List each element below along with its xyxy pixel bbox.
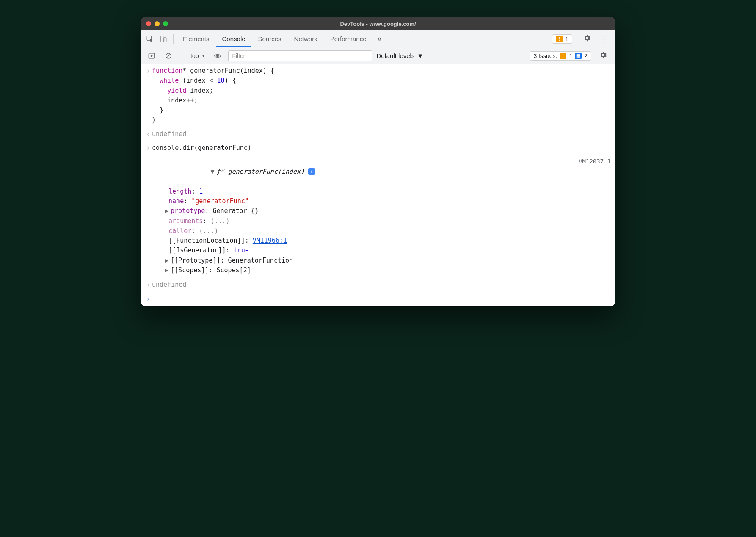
tab-network[interactable]: Network bbox=[288, 30, 323, 47]
chevron-down-icon: ▼ bbox=[201, 53, 205, 58]
console-return-row: ‹ undefined bbox=[141, 278, 615, 292]
input-marker-icon: › bbox=[144, 66, 152, 76]
chevron-down-icon: ▼ bbox=[417, 52, 423, 59]
source-link[interactable]: VM12037:1 bbox=[570, 157, 611, 275]
warning-badge-icon: ! bbox=[556, 36, 563, 42]
log-levels-selector[interactable]: Default levels ▼ bbox=[376, 52, 423, 59]
console-settings-gear-icon[interactable] bbox=[596, 51, 611, 61]
separator bbox=[173, 34, 174, 44]
context-label: top bbox=[190, 53, 199, 59]
console-input-row[interactable]: › console.dir(generatorFunc) bbox=[141, 141, 615, 155]
console-code: function* generatorFunc(index) { while (… bbox=[152, 66, 611, 125]
filter-placeholder: Filter bbox=[232, 53, 245, 59]
return-value: undefined bbox=[152, 129, 611, 139]
live-expression-icon[interactable] bbox=[211, 50, 224, 62]
levels-label: Default levels bbox=[376, 52, 414, 59]
tab-console[interactable]: Console bbox=[216, 30, 251, 47]
output-marker-icon: ‹ bbox=[144, 280, 152, 290]
return-value: undefined bbox=[152, 280, 611, 290]
object-tree: ▼ƒ* generatorFunc(index) i length: 1 nam… bbox=[152, 157, 315, 275]
disclosure-closed-icon[interactable]: ▶ bbox=[165, 256, 171, 266]
settings-gear-icon[interactable] bbox=[579, 34, 595, 44]
clear-console-icon[interactable] bbox=[162, 50, 175, 62]
disclosure-closed-icon[interactable]: ▶ bbox=[165, 266, 171, 275]
issues-label: 3 Issues: bbox=[533, 53, 557, 59]
console-input[interactable] bbox=[152, 294, 611, 304]
console-log: › function* generatorFunc(index) { while… bbox=[141, 64, 615, 306]
issues-warn-count: 1 bbox=[569, 53, 572, 59]
inspect-element-icon[interactable] bbox=[143, 33, 156, 45]
prompt-marker-icon: › bbox=[144, 294, 152, 304]
console-dir-output: ▼ƒ* generatorFunc(index) i length: 1 nam… bbox=[141, 155, 615, 278]
device-toolbar-icon[interactable] bbox=[157, 33, 170, 45]
tabs-overflow[interactable]: » bbox=[373, 34, 386, 43]
toggle-sidebar-icon[interactable] bbox=[145, 50, 158, 62]
context-selector[interactable]: top ▼ bbox=[189, 53, 207, 59]
separator bbox=[182, 51, 182, 61]
console-code: console.dir(generatorFunc) bbox=[152, 143, 611, 153]
tab-elements[interactable]: Elements bbox=[177, 30, 215, 47]
separator bbox=[576, 34, 576, 44]
console-prompt-row[interactable]: › bbox=[141, 292, 615, 306]
top-issues-pill[interactable]: ! 1 bbox=[552, 34, 572, 44]
more-menu-icon[interactable]: ⋮ bbox=[596, 35, 613, 43]
svg-point-6 bbox=[217, 55, 219, 57]
disclosure-closed-icon[interactable]: ▶ bbox=[165, 206, 171, 216]
input-marker-icon: › bbox=[144, 143, 152, 153]
source-link[interactable]: VM11966:1 bbox=[253, 237, 287, 244]
svg-line-5 bbox=[167, 54, 170, 58]
output-marker-icon: ‹ bbox=[144, 129, 152, 139]
filter-input[interactable]: Filter bbox=[228, 50, 372, 61]
info-badge-icon: ▦ bbox=[575, 53, 582, 59]
issues-pill[interactable]: 3 Issues: ! 1 ▦ 2 bbox=[530, 51, 591, 61]
devtools-window: DevTools - www.google.com/ Elements Cons… bbox=[141, 17, 615, 306]
console-toolbar: top ▼ Filter Default levels ▼ 3 Issues: … bbox=[141, 47, 615, 64]
tab-sources[interactable]: Sources bbox=[252, 30, 287, 47]
console-input-row[interactable]: › function* generatorFunc(index) { while… bbox=[141, 64, 615, 127]
info-icon[interactable]: i bbox=[308, 168, 315, 175]
disclosure-open-icon[interactable]: ▼ bbox=[210, 167, 216, 177]
window-title: DevTools - www.google.com/ bbox=[141, 21, 615, 27]
titlebar: DevTools - www.google.com/ bbox=[141, 17, 615, 30]
console-return-row: ‹ undefined bbox=[141, 127, 615, 141]
panel-tabs: Elements Console Sources Network Perform… bbox=[141, 30, 615, 47]
issues-info-count: 2 bbox=[584, 53, 588, 59]
blank-gutter bbox=[144, 157, 152, 158]
top-issues-count: 1 bbox=[565, 36, 568, 42]
warning-badge-icon: ! bbox=[560, 53, 566, 59]
tab-performance[interactable]: Performance bbox=[324, 30, 372, 47]
